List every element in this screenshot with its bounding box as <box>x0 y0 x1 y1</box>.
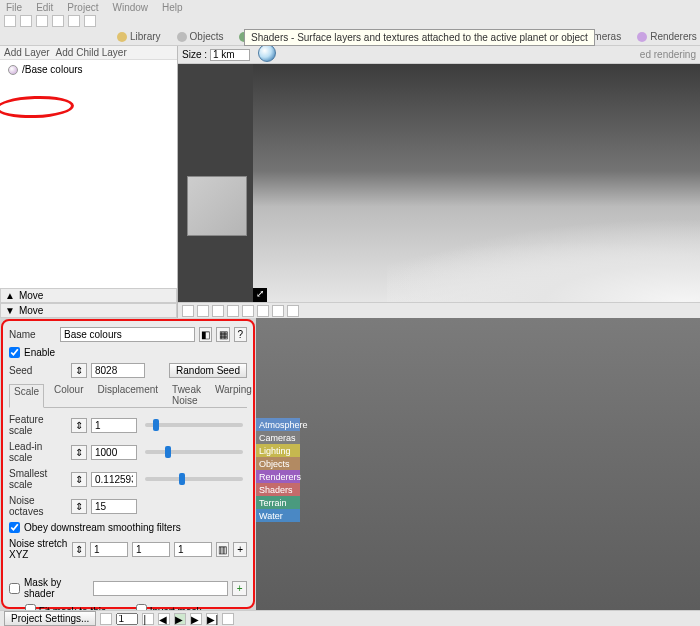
palette-objects[interactable]: Objects <box>256 457 300 470</box>
go-end-icon[interactable]: ▶| <box>206 613 218 625</box>
name-label: Name <box>9 329 56 340</box>
tool-open-icon[interactable] <box>20 15 32 27</box>
noise-octaves-field[interactable] <box>91 499 137 514</box>
mask-shader-field[interactable] <box>93 581 228 596</box>
smallest-scale-field[interactable] <box>91 472 137 487</box>
menu-bar: File Edit Project Window Help <box>0 0 700 14</box>
tree-item-base-colours[interactable]: /Base colours <box>8 64 169 75</box>
mask-by-shader-checkbox[interactable] <box>9 583 20 594</box>
feature-scale-field[interactable] <box>91 418 137 433</box>
noise-stretch-z-field[interactable] <box>174 542 212 557</box>
palette-terrain[interactable]: Terrain <box>256 496 300 509</box>
noise-stretch-x-field[interactable] <box>90 542 128 557</box>
pv-btn-2[interactable] <box>197 305 209 317</box>
shader-node-icon <box>8 65 18 75</box>
seed-field[interactable] <box>91 363 145 378</box>
project-settings-button[interactable]: Project Settings... <box>4 611 96 626</box>
step-back-icon[interactable]: ◀ <box>158 613 170 625</box>
menu-help[interactable]: Help <box>162 2 183 13</box>
tool-render-icon[interactable] <box>84 15 96 27</box>
property-tabs: Scale Colour Displacement Tweak Noise Wa… <box>9 383 247 408</box>
feature-scale-slider[interactable] <box>145 423 243 427</box>
smallest-scale-slider[interactable] <box>145 477 243 481</box>
move-up-button[interactable]: ▲Move <box>0 288 177 303</box>
pv-btn-4[interactable] <box>227 305 239 317</box>
status-bar: Project Settings... |◀ ◀ ▶ ▶ ▶| <box>0 610 700 626</box>
node-settings-button[interactable]: ▦ <box>216 327 229 342</box>
enable-checkbox[interactable] <box>9 347 20 358</box>
cat-library[interactable]: Library <box>110 29 168 44</box>
palette-lighting[interactable]: Lighting <box>256 444 300 457</box>
noise-stretch-extra-button[interactable]: ▥ <box>216 542 230 557</box>
pv-btn-8[interactable] <box>287 305 299 317</box>
tool-undo-icon[interactable] <box>52 15 64 27</box>
cat-renderers[interactable]: Renderers <box>630 29 700 44</box>
leadin-scale-stepper[interactable]: ⇕ <box>71 445 87 460</box>
palette-cameras[interactable]: Cameras <box>256 431 300 444</box>
cat-objects[interactable]: Objects <box>170 29 231 44</box>
palette-renderers[interactable]: Renderers <box>256 470 300 483</box>
pv-btn-7[interactable] <box>272 305 284 317</box>
tab-colour[interactable]: Colour <box>50 383 87 407</box>
pv-btn-1[interactable] <box>182 305 194 317</box>
timeline-clock-icon[interactable] <box>100 613 112 625</box>
frame-field[interactable] <box>116 613 138 625</box>
leadin-scale-label: Lead-in scale <box>9 441 67 463</box>
node-network-viewport[interactable]: Atmosphere Cameras Lighting Objects Rend… <box>256 318 700 610</box>
preview-toolbar <box>178 302 700 318</box>
palette-water[interactable]: Water <box>256 509 300 522</box>
size-input[interactable] <box>210 49 250 61</box>
category-tooltip: Shaders - Surface layers and textures at… <box>244 29 595 46</box>
add-child-layer-button[interactable]: Add Child Layer <box>56 47 127 58</box>
menu-project[interactable]: Project <box>67 2 98 13</box>
pv-btn-5[interactable] <box>242 305 254 317</box>
noise-stretch-y-field[interactable] <box>132 542 170 557</box>
leadin-scale-field[interactable] <box>91 445 137 460</box>
timeline-extra-icon[interactable] <box>222 613 234 625</box>
feature-scale-label: Feature scale <box>9 414 67 436</box>
step-fwd-icon[interactable]: ▶ <box>190 613 202 625</box>
size-label: Size : <box>182 49 207 60</box>
shader-icon <box>258 44 276 62</box>
smallest-scale-label: Smallest scale <box>9 468 67 490</box>
pv-btn-6[interactable] <box>257 305 269 317</box>
add-layer-button[interactable]: Add Layer <box>4 47 50 58</box>
tab-displacement[interactable]: Displacement <box>93 383 162 407</box>
feature-scale-stepper[interactable]: ⇕ <box>71 418 87 433</box>
tool-new-icon[interactable] <box>4 15 16 27</box>
assign-shader-button[interactable]: + <box>232 581 247 596</box>
menu-edit[interactable]: Edit <box>36 2 53 13</box>
tool-redo-icon[interactable] <box>68 15 80 27</box>
noise-octaves-stepper[interactable]: ⇕ <box>71 499 87 514</box>
obey-smoothing-checkbox[interactable] <box>9 522 20 533</box>
seed-stepper[interactable]: ⇕ <box>71 363 87 378</box>
tab-warping[interactable]: Warping <box>211 383 256 407</box>
menu-window[interactable]: Window <box>112 2 148 13</box>
pv-btn-3[interactable] <box>212 305 224 317</box>
preview-viewport[interactable]: ⤢ <box>253 64 700 302</box>
annotation-ellipse <box>0 95 74 120</box>
play-icon[interactable]: ▶ <box>174 613 186 625</box>
help-button[interactable]: ? <box>234 327 247 342</box>
tree-item-label: /Base colours <box>22 64 83 75</box>
tab-tweak-noise[interactable]: Tweak Noise <box>168 383 205 407</box>
name-field[interactable] <box>60 327 195 342</box>
properties-panel: Name ◧ ▦ ? Enable Seed ⇕ Random Seed Sca… <box>1 319 255 609</box>
menu-file[interactable]: File <box>6 2 22 13</box>
noise-stretch-stepper[interactable]: ⇕ <box>72 542 86 557</box>
smallest-scale-stepper[interactable]: ⇕ <box>71 472 87 487</box>
render-mode-label: ed rendering <box>640 49 696 60</box>
leadin-scale-slider[interactable] <box>145 450 243 454</box>
random-seed-button[interactable]: Random Seed <box>169 363 247 378</box>
node-preview-button[interactable]: ◧ <box>199 327 212 342</box>
go-start-icon[interactable]: |◀ <box>142 613 154 625</box>
expand-icon[interactable]: ⤢ <box>253 288 267 302</box>
tool-save-icon[interactable] <box>36 15 48 27</box>
preview-thumbnail[interactable] <box>187 176 247 236</box>
palette-shaders[interactable]: Shaders <box>256 483 300 496</box>
palette-atmosphere[interactable]: Atmosphere <box>256 418 300 431</box>
move-down-button[interactable]: ▼Move <box>0 303 177 318</box>
noise-stretch-assign-button[interactable]: + <box>233 542 247 557</box>
obey-smoothing-label: Obey downstream smoothing filters <box>24 522 181 533</box>
tab-scale[interactable]: Scale <box>9 384 44 408</box>
